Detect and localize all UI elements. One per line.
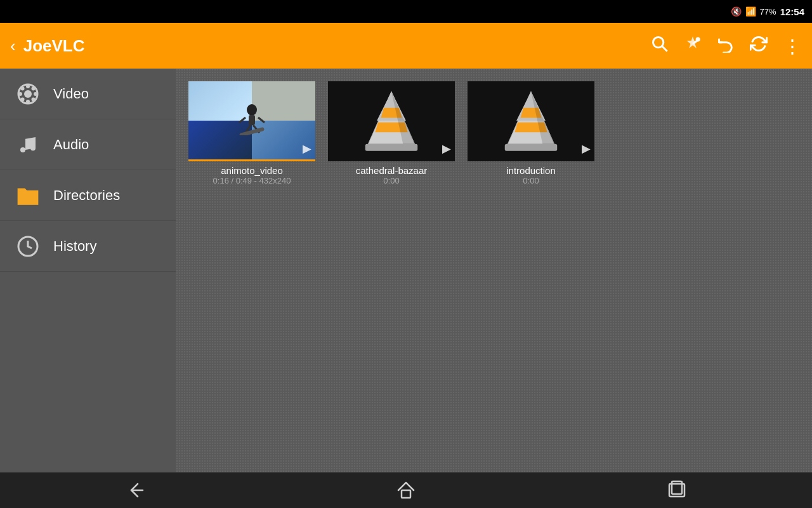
app-title: JoeVLC <box>23 36 651 56</box>
svg-point-11 <box>31 97 35 101</box>
meta-introduction: 0:00 <box>523 176 539 185</box>
clock-icon <box>13 231 43 262</box>
content-area: ▶ animoto_video 0:16 / 0:49 - 432x240 <box>176 69 812 472</box>
nav-recents-button[interactable] <box>541 480 812 500</box>
svg-rect-37 <box>402 490 410 498</box>
svg-point-17 <box>247 104 257 116</box>
svg-point-12 <box>31 86 35 90</box>
status-icons: 🔇 📶 77% 12:54 <box>731 6 804 17</box>
svg-line-20 <box>258 117 265 123</box>
settings-button[interactable] <box>684 35 702 57</box>
media-item-animoto[interactable]: ▶ animoto_video 0:16 / 0:49 - 432x240 <box>188 81 315 185</box>
meta-animoto: 0:16 / 0:49 - 432x240 <box>213 176 291 185</box>
nav-back-button[interactable] <box>0 480 271 500</box>
sidebar-item-history[interactable]: History <box>0 221 176 272</box>
svg-line-1 <box>662 46 667 51</box>
toolbar-actions: ⋮ <box>651 35 802 57</box>
back-button[interactable]: ‹ <box>10 36 16 56</box>
status-bar: 🔇 📶 77% 12:54 <box>0 0 812 23</box>
svg-point-13 <box>21 97 25 101</box>
sidebar-item-directories[interactable]: Directories <box>0 170 176 221</box>
svg-point-5 <box>24 90 32 98</box>
search-button[interactable] <box>651 35 669 57</box>
svg-point-9 <box>34 92 37 96</box>
nav-bar <box>0 472 812 508</box>
meta-cathedral: 0:00 <box>383 176 399 185</box>
media-item-introduction[interactable]: ▶ introduction 0:00 <box>468 81 594 185</box>
title-introduction: introduction <box>506 165 556 176</box>
title-animoto: animoto_video <box>221 165 283 176</box>
vlc-cone-cathedral <box>328 81 455 159</box>
film-icon <box>13 79 43 109</box>
media-item-cathedral[interactable]: ▶ cathedral-bazaar 0:00 <box>328 81 455 185</box>
thumbnail-cathedral: ▶ <box>328 81 455 161</box>
wifi-icon: 📶 <box>745 6 756 17</box>
svg-point-6 <box>26 84 30 88</box>
svg-point-14 <box>20 147 25 152</box>
svg-point-10 <box>21 86 25 90</box>
clock: 12:54 <box>780 6 804 17</box>
svg-rect-18 <box>249 115 255 125</box>
svg-rect-23 <box>239 126 265 135</box>
mute-icon: 🔇 <box>731 6 742 17</box>
svg-point-0 <box>653 37 664 47</box>
svg-point-8 <box>18 92 22 96</box>
sidebar-item-audio[interactable]: Audio <box>0 119 176 170</box>
play-arrow-introduction: ▶ <box>582 142 591 156</box>
vlc-cone-introduction <box>468 81 594 159</box>
directories-label: Directories <box>53 187 120 204</box>
main-layout: Video Audio Directories <box>0 69 812 472</box>
title-cathedral: cathedral-bazaar <box>356 165 428 176</box>
svg-point-7 <box>26 100 30 104</box>
nav-home-button[interactable] <box>271 480 542 500</box>
music-icon <box>13 130 43 160</box>
folder-icon <box>13 180 43 211</box>
svg-rect-26 <box>365 144 418 150</box>
audio-label: Audio <box>53 137 89 153</box>
video-label: Video <box>53 86 89 102</box>
refresh-button[interactable] <box>750 35 768 57</box>
svg-line-19 <box>239 117 246 123</box>
svg-rect-32 <box>505 144 558 150</box>
play-arrow-cathedral: ▶ <box>442 142 451 156</box>
thumbnail-introduction: ▶ <box>468 81 594 161</box>
more-button[interactable]: ⋮ <box>783 41 802 51</box>
play-arrow-animoto: ▶ <box>303 142 311 156</box>
battery-icon: 77% <box>760 7 776 17</box>
thumbnail-animoto: ▶ <box>188 81 315 161</box>
history-label: History <box>53 238 96 255</box>
sidebar-item-video[interactable]: Video <box>0 69 176 119</box>
app-bar: ‹ JoeVLC <box>0 23 812 69</box>
svg-point-15 <box>30 145 36 150</box>
undo-button[interactable] <box>717 35 735 57</box>
sidebar: Video Audio Directories <box>0 69 176 472</box>
